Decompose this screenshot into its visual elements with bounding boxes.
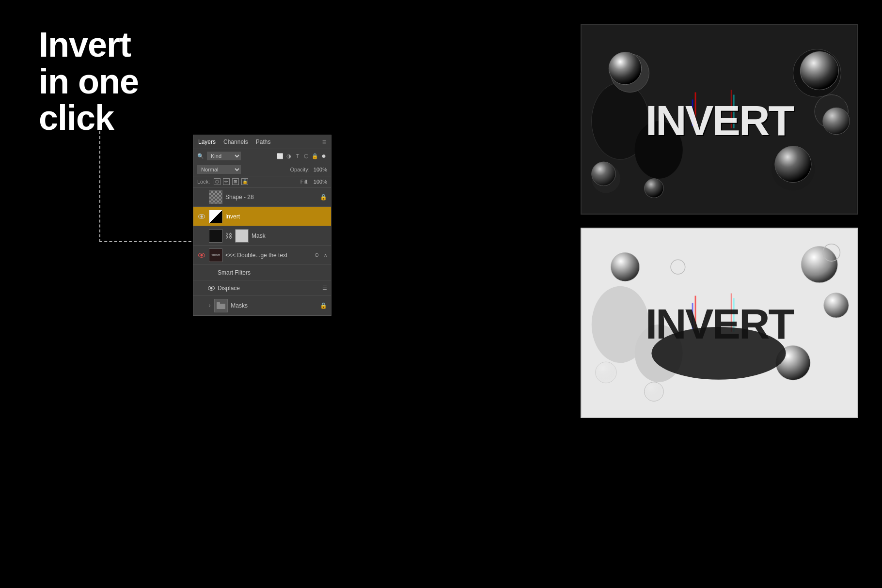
tab-channels[interactable]: Channels <box>223 139 248 145</box>
eye-icon-displace <box>208 286 215 291</box>
dashed-bracket <box>99 107 196 242</box>
layers-panel-tabs: Layers Channels Paths ≡ <box>193 135 331 149</box>
name-displace: Displace <box>218 285 319 292</box>
svg-point-11 <box>823 108 850 134</box>
blend-mode-row: Normal Opacity: 100% <box>193 163 331 176</box>
layer-shape-28[interactable]: Shape - 28 🔒 <box>193 187 331 207</box>
kind-dropdown[interactable]: Kind <box>207 152 241 160</box>
svg-point-15 <box>645 179 664 198</box>
preview-light: INVERT SHAPE 12 ACTION 02 <box>581 228 858 418</box>
fill-value: 100% <box>314 179 327 185</box>
heading-line1: Invert <box>39 27 139 63</box>
lock-transparent-icon[interactable]: ⬡ <box>214 178 220 185</box>
tab-layers[interactable]: Layers <box>198 139 216 145</box>
layer-displace[interactable]: Displace ☰ <box>193 280 331 296</box>
svg-point-23 <box>801 247 837 283</box>
lock-shape-28: 🔒 <box>320 194 327 201</box>
layers-panel: Layers Channels Paths ≡ 🔍 Kind ⬜ ◑ T ⬡ 🔒… <box>193 135 331 316</box>
opacity-label: Opacity: <box>290 167 310 172</box>
svg-rect-0 <box>217 304 225 309</box>
name-mask: Mask <box>252 232 327 239</box>
svg-rect-1 <box>217 302 220 304</box>
svg-point-28 <box>645 382 664 402</box>
thumb-shape-28 <box>209 190 222 204</box>
name-invert: Invert <box>225 213 327 220</box>
name-smart-filters: Smart Filters <box>218 269 327 276</box>
eye-icon-invert <box>198 214 205 219</box>
panel-menu-icon[interactable]: ≡ <box>322 138 326 146</box>
eye-double-text[interactable] <box>197 251 206 260</box>
tab-paths[interactable]: Paths <box>256 139 271 145</box>
filter-dot-icon[interactable]: ● <box>320 153 327 159</box>
thumb-masks-folder <box>214 299 228 312</box>
filter-type-icon[interactable]: T <box>294 153 301 159</box>
filter-pixel-icon[interactable]: ⬜ <box>277 153 284 159</box>
eye-shape-28[interactable] <box>197 193 206 201</box>
blend-mode-select[interactable]: Normal <box>197 165 241 174</box>
search-icon: 🔍 <box>197 153 204 159</box>
expand-double-text[interactable]: ∧ <box>324 252 327 258</box>
invert-text-light: INVERT <box>646 299 793 349</box>
eye-icon-double-text <box>198 253 205 258</box>
lock-pixels-icon[interactable]: ✏ <box>223 178 230 185</box>
name-double-text: <<< Double...ge the text <box>225 252 312 259</box>
svg-point-13 <box>609 52 641 84</box>
lock-masks: 🔒 <box>320 302 327 309</box>
layer-invert[interactable]: Invert <box>193 207 331 226</box>
layer-double-text[interactable]: smart <<< Double...ge the text ⊙ ∧ <box>193 246 331 265</box>
eye-masks-folder[interactable] <box>197 301 206 310</box>
filter-adj-icon[interactable]: ◑ <box>285 153 292 159</box>
lock-position-icon[interactable]: ⊞ <box>232 178 239 185</box>
thumb-mask-b <box>235 229 249 243</box>
name-masks-folder: Masks <box>231 302 317 309</box>
opacity-value: 100% <box>314 167 327 172</box>
svg-point-10 <box>800 51 838 90</box>
eye-smart-filters[interactable] <box>208 268 215 277</box>
heading-line2: in one <box>39 63 139 100</box>
chain-icon-mask: ⛓ <box>225 232 232 240</box>
eye-mask[interactable] <box>197 232 206 240</box>
thumb-mask-a <box>209 229 222 243</box>
svg-point-24 <box>824 293 849 318</box>
svg-point-14 <box>592 162 615 186</box>
thumb-invert <box>209 210 222 223</box>
lock-all-icon[interactable]: 🔒 <box>241 178 248 185</box>
filter-icons: ⬜ ◑ T ⬡ 🔒 ● <box>277 153 327 159</box>
filter-smart-icon[interactable]: 🔒 <box>312 153 318 159</box>
preview-dark: INVERT SHAPE 12 ACTION 02 <box>581 24 858 215</box>
eye-invert[interactable] <box>197 212 206 221</box>
layer-masks-folder[interactable]: › Masks 🔒 <box>193 296 331 315</box>
eye-displace[interactable] <box>208 284 215 293</box>
layer-mask[interactable]: ⛓ Mask <box>193 226 331 246</box>
svg-point-27 <box>596 362 617 383</box>
layers-search-bar: 🔍 Kind ⬜ ◑ T ⬡ 🔒 ● <box>193 149 331 163</box>
lock-row: Lock: ⬡ ✏ ⊞ 🔒 Fill: 100% <box>193 176 331 187</box>
svg-point-26 <box>611 252 639 281</box>
options-displace[interactable]: ☰ <box>322 285 327 291</box>
lock-label: Lock: <box>197 179 210 185</box>
layer-smart-filters[interactable]: Smart Filters <box>193 265 331 280</box>
name-shape-28: Shape - 28 <box>225 194 317 201</box>
filter-shape-icon[interactable]: ⬡ <box>303 153 310 159</box>
expand-masks[interactable]: › <box>209 303 210 308</box>
svg-point-12 <box>775 146 811 182</box>
options-icon-double-text[interactable]: ⊙ <box>315 252 319 258</box>
invert-text-dark: INVERT <box>646 96 793 145</box>
lock-icons: ⬡ ✏ ⊞ 🔒 <box>214 178 248 185</box>
fill-label: Fill: <box>300 179 309 185</box>
thumb-double-text: smart <box>209 248 222 262</box>
